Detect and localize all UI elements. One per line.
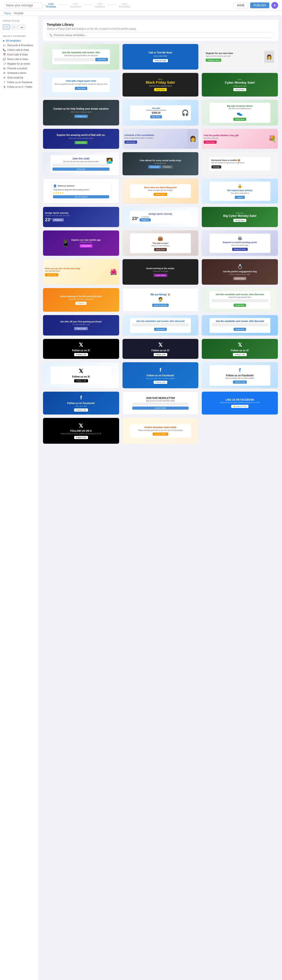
template-card-t38[interactable]: f Follow us on Facebook! Stay up-to-date… xyxy=(122,362,199,388)
template-card-t9[interactable]: Big sale of sports shoes! Get 50% off on… xyxy=(202,100,278,126)
template-label-t21: Special Event: Cyber Monday xyxy=(202,227,278,228)
search-input[interactable] xyxy=(47,32,274,38)
template-card-t44[interactable]: POPUP HEADING GOES HERE Popup message go… xyxy=(122,418,199,444)
content-area: Template Library Choose a Popup Style an… xyxy=(39,16,282,980)
template-card-t41[interactable]: JOIN OUR NEWSLETTER Sign up for our emai… xyxy=(122,391,199,415)
template-preview-t27: 💍 Get the perfect engagement ring Book a… xyxy=(202,259,278,285)
template-card-t22[interactable]: 📱 Explore our new mobile app Download to… xyxy=(43,230,119,256)
template-preview-t25: Relax, you get 20% off site-wide today U… xyxy=(43,259,119,285)
sidebar-item-direct-calls[interactable]: 💬 Direct calls & chats xyxy=(0,57,39,62)
template-label-t28: Register for an event xyxy=(43,312,119,312)
publish-button[interactable]: PUBLISH xyxy=(250,2,269,8)
sidebar-item-discounts[interactable]: 🏷 Discounts & Promotions xyxy=(0,43,39,48)
step-scheduled[interactable]: STEP Scheduled xyxy=(119,3,130,8)
template-card-t21[interactable]: SPECIAL Big Cyber Monday Sale! Shop Now … xyxy=(202,207,278,228)
template-card-t13[interactable]: Join the club! Get 10% off your first or… xyxy=(43,152,119,175)
template-card-t19[interactable]: Design Sprint Journey Register now and s… xyxy=(43,207,119,228)
sidebar-item-promote[interactable]: 🛍 Promote a product xyxy=(0,66,39,71)
template-card-t29[interactable]: We are hiring! 🎉 🧑‍💼 View Positions Empl… xyxy=(122,288,199,312)
template-card-t16[interactable]: 👤 Rebecca Johnson "They blew me away wit… xyxy=(43,178,119,204)
popup-style-bar[interactable]: ▬ xyxy=(19,25,25,29)
breadcrumb-item-popup[interactable]: Popup xyxy=(4,12,11,14)
template-label-t17: Promote a blog post or product category xyxy=(123,204,199,204)
template-card-t4[interactable]: Chat with a legal expert now! Book an ap… xyxy=(43,73,119,97)
template-card-t24[interactable]: 🖨️ Request a custom printing quote Get a… xyxy=(202,230,278,256)
template-card-t32[interactable]: Join the newsletter and receive -20% dis… xyxy=(122,315,199,336)
popup-style-center[interactable]: ⬜ xyxy=(3,25,10,29)
template-card-t27[interactable]: 💍 Get the perfect engagement ring Book a… xyxy=(202,259,278,285)
sidebar: POPUP STYLE ⬜ ▭ ▬ SELECT CATEGORY All te… xyxy=(0,16,39,980)
sidebar-item-event-calls[interactable]: 📅 Event calls & chats xyxy=(0,52,39,57)
sidebar-item-facebook[interactable]: f Follow us on Facebook xyxy=(0,80,39,84)
breadcrumb-sep: › xyxy=(12,12,13,14)
save-button[interactable]: SAVE xyxy=(233,2,248,8)
sidebar-item-register[interactable]: 📝 Register for an event xyxy=(0,62,39,66)
cat-label-xi: Follow us on X / Twitter xyxy=(7,86,32,88)
step-audience[interactable]: STEP Audience xyxy=(95,3,105,8)
template-card-t31[interactable]: Get 20% off your first gaming purchase! … xyxy=(43,315,119,336)
template-card-t17[interactable]: Don't miss our latest blog post! Read ou… xyxy=(122,178,199,204)
template-card-t3[interactable]: Register for our new class Sign up now t… xyxy=(202,44,278,70)
template-card-t34[interactable]: 𝕏 Follow us on X! Follow 1.3k Follow us … xyxy=(43,339,119,359)
cat-label-direct-calls: Direct calls & chats xyxy=(7,58,28,60)
template-card-t33[interactable]: Join the newsletter and receive -20% dis… xyxy=(202,315,278,336)
template-card-t25[interactable]: Relax, you get 20% off site-wide today U… xyxy=(43,259,119,285)
template-preview-t22: 📱 Explore our new mobile app Download to… xyxy=(43,231,119,256)
template-preview-t32: Join the newsletter and receive -20% dis… xyxy=(123,315,199,336)
template-card-t37[interactable]: 𝕏 Follow us on X! Follow 1.3k Follow us … xyxy=(43,362,119,388)
template-card-t14[interactable]: Free eBook for every social media ninja … xyxy=(122,152,199,175)
template-card-t39[interactable]: f Follow us on Facebook! Stay up-to-date… xyxy=(202,362,278,388)
template-card-t26[interactable]: Great evening at the estate. Come join u… xyxy=(122,259,199,285)
select-category-label: SELECT CATEGORY xyxy=(0,34,39,38)
template-label-t11: Schedule a free consultation xyxy=(123,149,199,149)
template-card-t42[interactable]: LIKE US ON FACEBOOK Keep up with our lat… xyxy=(202,391,278,415)
template-preview-t39: f Follow us on Facebook! Stay up-to-date… xyxy=(202,362,278,388)
template-card-t18[interactable]: 🔒 We respect your privacy Your data is s… xyxy=(202,178,278,204)
template-card-t5[interactable]: BIG Black Friday Sale! Get 50% off on se… xyxy=(122,73,199,97)
template-preview-t36: 𝕏 Follow us on X! Follow 1.3k xyxy=(202,339,278,359)
template-card-t12[interactable]: Find the perfect Mother's Day gift Get 2… xyxy=(202,129,278,149)
message-name-input[interactable] xyxy=(4,2,43,8)
template-card-t15[interactable]: Everyone loves a cookie 🍪 We use cookies… xyxy=(202,152,278,175)
template-card-t20[interactable]: Design Sprint Journey 23° 3 Lessons Regi… xyxy=(122,207,199,228)
cat-icon-schedule: 🗓 xyxy=(3,72,6,75)
sidebar-item-collect-calls[interactable]: 📞 Collect calls & chats xyxy=(0,48,39,52)
template-preview-t33: Join the newsletter and receive -20% dis… xyxy=(202,315,278,336)
search-icon: 🔍 xyxy=(49,33,53,37)
template-card-t2[interactable]: Call or Text Me Now! (012) 234-5552 Clic… xyxy=(122,44,199,70)
cat-label-discounts: Discounts & Promotions xyxy=(7,44,33,47)
template-label-t18: Inform users of your privacy policy xyxy=(202,204,278,204)
template-card-t7[interactable]: Contact us for help finding your dream v… xyxy=(43,100,119,126)
sidebar-item-all[interactable]: All templates xyxy=(0,38,39,43)
sidebar-item-schedule[interactable]: 🗓 Schedule a demo xyxy=(0,71,39,75)
sidebar-item-xi[interactable]: 𝕏 Follow us on X / Twitter xyxy=(0,84,39,89)
step-customize[interactable]: STEP Customize xyxy=(70,3,81,8)
breadcrumb-item-template: Template xyxy=(14,12,24,14)
template-card-t40[interactable]: f Follow us on Facebook! Stay up-to-date… xyxy=(43,391,119,415)
template-card-t10[interactable]: Explore the amazing world of Bali with u… xyxy=(43,129,119,149)
template-label-t36: Follow us X/Twitter xyxy=(202,359,278,359)
template-preview-t8: Nos M23 Premium wireless earbuds $399.00… xyxy=(123,100,199,126)
template-card-t11[interactable]: Schedule a free consultation Book an app… xyxy=(122,129,199,149)
template-card-t35[interactable]: 𝕏 Follow us on X! Follow 1.3k Follow us … xyxy=(122,339,199,359)
template-preview-t2: Call or Text Me Now! (012) 234-5552 Clic… xyxy=(123,44,199,70)
cat-icon-direct-calls: 💬 xyxy=(3,58,6,60)
template-card-t1[interactable]: Join the newsletter and receive -20% Sub… xyxy=(43,44,119,70)
template-label-t25: Promote a discount or promotion xyxy=(43,285,119,285)
popup-style-side[interactable]: ▭ xyxy=(11,25,18,29)
template-preview-t38: f Follow us on Facebook! Stay up-to-date… xyxy=(123,362,199,388)
template-card-t30[interactable]: Join the newsletter and receive -20% dis… xyxy=(202,288,278,312)
template-label-t27: Schedule an appointment xyxy=(202,285,278,285)
template-preview-t28: Grand opening of the 90s point BisCard! … xyxy=(43,288,119,312)
steps-nav: STEP Template STEP Customize STEP Audien… xyxy=(46,3,130,8)
template-preview-t6: BIG Cyber Monday Sale! Limited time offe… xyxy=(202,73,278,97)
sidebar-item-grow-list[interactable]: ✉ Grow email list xyxy=(0,75,39,80)
template-card-t28[interactable]: Grand opening of the 90s point BisCard! … xyxy=(43,288,119,312)
page-subtitle: Choose a Popup Style and Category on the… xyxy=(47,27,274,30)
template-label-t19: Register for an event xyxy=(43,227,119,228)
template-card-t6[interactable]: BIG Cyber Monday Sale! Limited time offe… xyxy=(202,73,278,97)
template-card-t36[interactable]: 𝕏 Follow us on X! Follow 1.3k Follow us … xyxy=(202,339,278,359)
template-card-t43[interactable]: 𝕏 FOLLOW US ON X Keep up with our latest… xyxy=(43,418,119,444)
template-card-t23[interactable]: 👜 "The wait is over!" Shop our new colle… xyxy=(122,230,199,256)
template-card-t8[interactable]: Nos M23 Premium wireless earbuds $399.00… xyxy=(122,100,199,126)
